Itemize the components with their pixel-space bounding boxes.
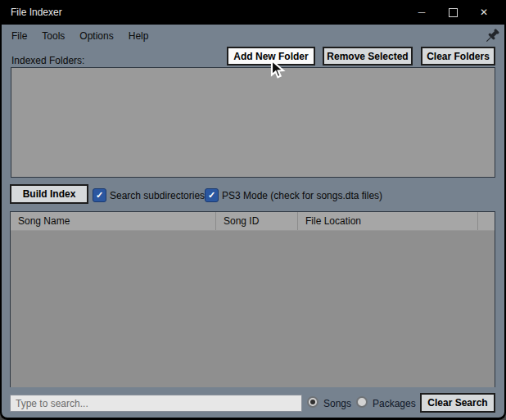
ps3-mode-label[interactable]: PS3 Mode (check for songs.dta files) [222,190,382,201]
remove-selected-button[interactable]: Remove Selected [323,47,413,65]
build-index-button[interactable]: Build Index [10,184,88,204]
songs-radio[interactable] [307,396,319,408]
window-controls: ─ ✕ [406,0,499,25]
column-header-file-location[interactable]: File Location [298,212,478,230]
search-input[interactable] [10,395,302,412]
songs-radio-label[interactable]: Songs [323,398,351,409]
add-new-folder-button[interactable]: Add New Folder [227,47,315,65]
column-header-song-id[interactable]: Song ID [216,212,298,230]
client-area: File Tools Options Help Add New Folder R… [2,25,504,418]
menu-file[interactable]: File [11,30,27,42]
window-title: File Indexer [11,0,62,25]
column-header-filler [478,212,495,230]
menu-help[interactable]: Help [129,30,149,42]
indexed-folders-label: Indexed Folders: [11,55,84,66]
search-subdirectories-checkbox[interactable] [93,188,106,202]
minimize-button[interactable]: ─ [406,0,437,25]
close-button[interactable]: ✕ [468,0,499,25]
packages-radio-label[interactable]: Packages [373,398,416,409]
packages-radio[interactable] [356,396,368,408]
close-icon: ✕ [480,7,488,18]
menu-options[interactable]: Options [79,30,113,42]
menu-bar: File Tools Options Help [2,25,504,47]
title-bar: File Indexer ─ ✕ [0,0,506,25]
ps3-mode-checkbox[interactable] [205,188,219,202]
search-subdirectories-label[interactable]: Search subdirectories [110,190,205,201]
indexed-folders-listbox[interactable] [11,67,495,178]
minimize-icon: ─ [418,7,426,18]
clear-folders-button[interactable]: Clear Folders [421,47,495,65]
menu-tools[interactable]: Tools [42,30,65,42]
column-header-song-name[interactable]: Song Name [11,212,216,230]
song-table-body[interactable] [11,231,495,387]
maximize-icon [449,8,458,17]
song-table-header: Song Name Song ID File Location [11,212,495,231]
maximize-button[interactable] [437,0,468,25]
clear-search-button[interactable]: Clear Search [420,393,495,413]
pushpin-icon[interactable] [482,25,502,47]
song-table: Song Name Song ID File Location [10,211,495,387]
app-window: File Indexer ─ ✕ File Tools Options Help [0,0,506,420]
